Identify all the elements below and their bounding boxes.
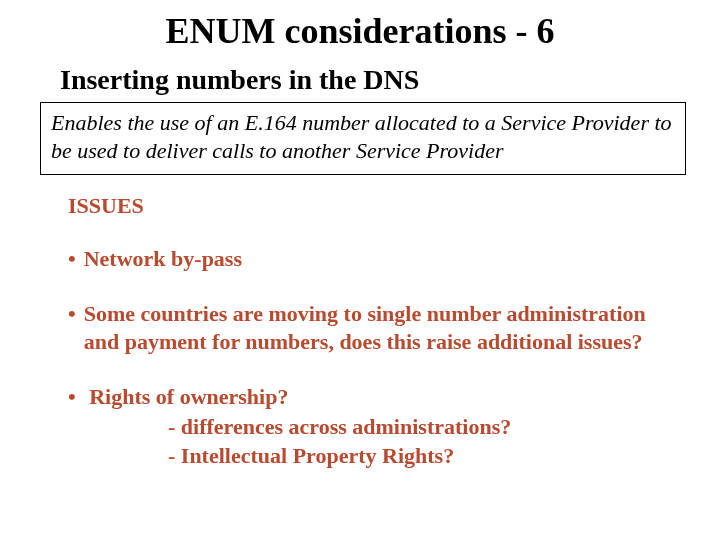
summary-box: Enables the use of an E.164 number alloc…	[40, 102, 686, 175]
sub-lines: - differences across administrations? - …	[168, 413, 660, 470]
issues-heading: ISSUES	[68, 193, 660, 219]
summary-text: Enables the use of an E.164 number alloc…	[51, 109, 675, 164]
bullet-item: • Rights of ownership?	[68, 383, 660, 412]
bullet-text: Network by-pass	[84, 245, 660, 274]
sub-line: - differences across administrations?	[168, 413, 660, 442]
bullet-marker: •	[68, 383, 76, 412]
bullet-marker: •	[68, 300, 76, 357]
bullet-text: Some countries are moving to single numb…	[84, 300, 660, 357]
slide-title: ENUM considerations - 6	[40, 10, 680, 52]
slide-subtitle: Inserting numbers in the DNS	[60, 64, 680, 96]
bullet-text: Rights of ownership?	[84, 383, 660, 412]
bullet-item: • Network by-pass	[68, 245, 660, 274]
sub-line: - Intellectual Property Rights?	[168, 442, 660, 471]
bullet-item: • Some countries are moving to single nu…	[68, 300, 660, 357]
bullet-marker: •	[68, 245, 76, 274]
issues-block: ISSUES • Network by-pass • Some countrie…	[68, 193, 660, 471]
slide: ENUM considerations - 6 Inserting number…	[0, 0, 720, 540]
bullet-text-inner: Rights of ownership?	[89, 384, 288, 409]
